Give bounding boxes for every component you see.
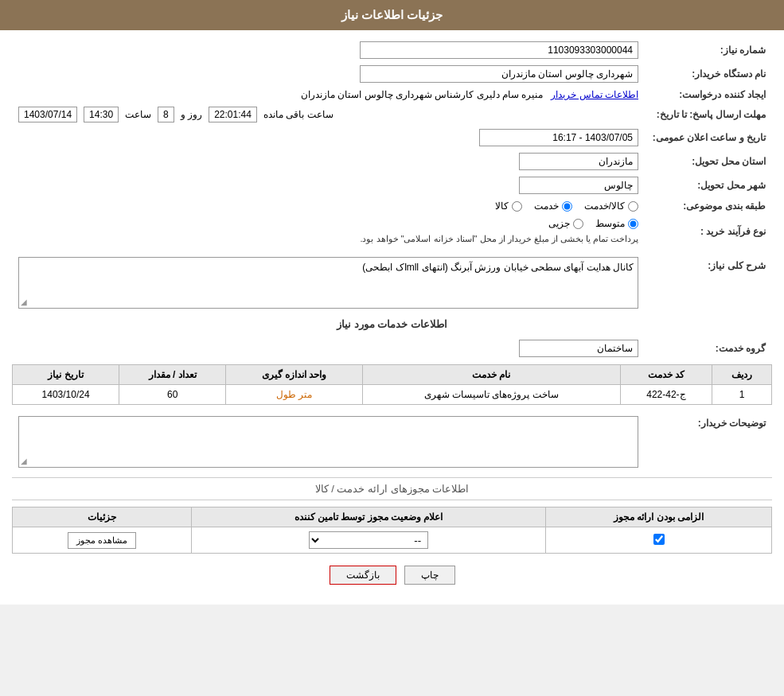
permit-row: -- مشاهده مجوز [13, 527, 772, 554]
cell-service-name: ساخت پروژه‌های تاسیسات شهری [362, 385, 620, 405]
need-desc-box: کانال هدایت آبهای سطحی خیابان ورزش آبرنگ… [18, 257, 638, 309]
services-section-title: اطلاعات خدمات مورد نیاز [12, 318, 772, 330]
announce-value: 1403/07/05 - 16:17 [12, 126, 645, 150]
permit-status-cell: -- [192, 527, 546, 554]
process-value: متوسط جزیی پرداخت تمام یا بخشی از مبلغ خ… [12, 215, 645, 247]
main-content: شماره نیاز: 1103093303000044 نام دستگاه … [0, 30, 784, 605]
col-unit: واحد اندازه گیری [226, 365, 363, 385]
category-label: طبقه بندی موضوعی: [645, 197, 772, 215]
province-input: مازندران [519, 153, 638, 170]
col-service-name: نام خدمت [362, 365, 620, 385]
resize-handle-notes-icon: ◢ [21, 457, 27, 465]
deadline-value: ساعت باقی مانده 22:01:44 روز و 8 ساعت 14… [12, 103, 645, 126]
creator-label: ایجاد کننده درخواست: [645, 86, 772, 103]
province-label: استان محل تحویل: [645, 150, 772, 173]
deadline-row: مهلت ارسال پاسخ: تا تاریخ: ساعت باقی مان… [12, 103, 772, 126]
col-permit-status: اعلام وضعیت مجوز توسط تامین کننده [192, 507, 546, 527]
announce-label: تاریخ و ساعت اعلان عمومی: [645, 126, 772, 150]
city-label: شهر محل تحویل: [645, 173, 772, 197]
page-header: جزئیات اطلاعات نیاز [0, 0, 784, 30]
buyer-org-input: شهرداری چالوس استان مازندران [360, 65, 638, 83]
deadline-remaining-box: 22:01:44 [209, 107, 257, 122]
province-row: استان محل تحویل: مازندران [12, 150, 772, 173]
resize-handle-icon: ◢ [21, 297, 27, 306]
permits-table: الزامی بودن ارائه مجوز اعلام وضعیت مجوز … [12, 507, 772, 554]
deadline-days-box: 8 [158, 107, 174, 122]
deadline-remaining-label: ساعت باقی مانده [263, 109, 333, 120]
info-table: شماره نیاز: 1103093303000044 نام دستگاه … [12, 38, 772, 247]
deadline-time-label: ساعت [125, 109, 151, 120]
category-option-kala[interactable]: کالا [495, 200, 522, 212]
col-date: تاریخ نیاز [13, 365, 119, 385]
process-row: نوع فرآیند خرید : متوسط جزیی [12, 215, 772, 247]
permit-required-cell [546, 527, 772, 554]
need-desc-label: شرح کلی نیاز: [645, 254, 772, 312]
permit-status-select[interactable]: -- [309, 531, 428, 549]
buyer-org-label: نام دستگاه خریدار: [645, 62, 772, 86]
need-desc-row: شرح کلی نیاز: کانال هدایت آبهای سطحی خیا… [12, 254, 772, 312]
permits-section-divider: اطلاعات مجوزهای ارائه خدمت / کالا [12, 477, 772, 500]
province-value: مازندران [12, 150, 645, 173]
buyer-notes-label: توضیحات خریدار: [645, 413, 772, 471]
creator-value: اطلاعات تماس خریدار منیره سام دلیری کارش… [12, 86, 645, 103]
deadline-date-box: 1403/07/14 [18, 107, 77, 122]
back-button[interactable]: بازگشت [330, 566, 396, 585]
buyer-org-value: شهرداری چالوس استان مازندران [12, 62, 645, 86]
cell-unit: متر طول [226, 385, 363, 405]
need-number-value: 1103093303000044 [12, 38, 645, 62]
service-group-row: گروه خدمت: ساختمان [12, 336, 772, 360]
services-table: ردیف کد خدمت نام خدمت واحد اندازه گیری ت… [12, 364, 772, 405]
col-row-num: ردیف [712, 365, 772, 385]
need-number-row: شماره نیاز: 1103093303000044 [12, 38, 772, 62]
col-quantity: تعداد / مقدار [119, 365, 226, 385]
buyer-notes-value: ◢ [12, 413, 645, 471]
permit-details-cell: مشاهده مجوز [13, 527, 192, 554]
cell-service-code: ج-42-422 [620, 385, 712, 405]
print-button[interactable]: چاپ [404, 566, 455, 585]
cell-quantity: 60 [119, 385, 226, 405]
deadline-label: مهلت ارسال پاسخ: تا تاریخ: [645, 103, 772, 126]
deadline-time-box: 14:30 [84, 107, 119, 122]
need-number-input: 1103093303000044 [360, 41, 638, 59]
col-permit-details: جزئیات [13, 507, 192, 527]
page-title: جزئیات اطلاعات نیاز [341, 8, 443, 21]
creator-row: ایجاد کننده درخواست: اطلاعات تماس خریدار… [12, 86, 772, 103]
need-desc-value: کانال هدایت آبهای سطحی خیابان ورزش آبرنگ… [12, 254, 645, 312]
service-group-label: گروه خدمت: [645, 336, 772, 360]
buyer-notes-table: توضیحات خریدار: ◢ [12, 413, 772, 471]
city-row: شهر محل تحویل: چالوس [12, 173, 772, 197]
services-header-row: ردیف کد خدمت نام خدمت واحد اندازه گیری ت… [13, 365, 772, 385]
process-option-jozi[interactable]: جزیی [548, 218, 583, 229]
service-group-table: گروه خدمت: ساختمان [12, 336, 772, 360]
need-desc-table: شرح کلی نیاز: کانال هدایت آبهای سطحی خیا… [12, 254, 772, 312]
page-wrapper: جزئیات اطلاعات نیاز شماره نیاز: 11030933… [0, 0, 784, 605]
permits-header-row: الزامی بودن ارائه مجوز اعلام وضعیت مجوز … [13, 507, 772, 527]
creator-contact-link[interactable]: اطلاعات تماس خریدار [551, 89, 638, 100]
bottom-buttons: چاپ بازگشت [12, 566, 772, 585]
category-options: کالا/خدمت خدمت کالا [12, 197, 645, 215]
buyer-notes-row: توضیحات خریدار: ◢ [12, 413, 772, 471]
buyer-org-row: نام دستگاه خریدار: شهرداری چالوس استان م… [12, 62, 772, 86]
permit-required-checkbox[interactable] [653, 534, 665, 545]
category-option-kala-khedmat[interactable]: کالا/خدمت [584, 200, 638, 212]
col-service-code: کد خدمت [620, 365, 712, 385]
deadline-day-label: روز و [181, 109, 202, 120]
category-option-khedmat[interactable]: خدمت [534, 200, 572, 212]
services-data-row: 1 ج-42-422 ساخت پروژه‌های تاسیسات شهری م… [13, 385, 772, 405]
need-number-label: شماره نیاز: [645, 38, 772, 62]
cell-row-num: 1 [712, 385, 772, 405]
service-group-input: ساختمان [519, 340, 638, 357]
buyer-notes-box[interactable]: ◢ [18, 416, 638, 468]
view-permit-button[interactable]: مشاهده مجوز [68, 532, 136, 549]
category-row: طبقه بندی موضوعی: کالا/خدمت خدمت [12, 197, 772, 215]
city-input: چالوس [519, 177, 638, 194]
col-permit-required: الزامی بودن ارائه مجوز [546, 507, 772, 527]
service-group-value: ساختمان [12, 336, 645, 360]
process-note: پرداخت تمام یا بخشی از مبلغ خریدار از مح… [360, 234, 638, 244]
process-option-motavasset[interactable]: متوسط [595, 218, 638, 229]
announce-input: 1403/07/05 - 16:17 [479, 129, 638, 146]
process-label: نوع فرآیند خرید : [645, 215, 772, 247]
cell-date: 1403/10/24 [13, 385, 119, 405]
city-value: چالوس [12, 173, 645, 197]
announce-row: تاریخ و ساعت اعلان عمومی: 1403/07/05 - 1… [12, 126, 772, 150]
